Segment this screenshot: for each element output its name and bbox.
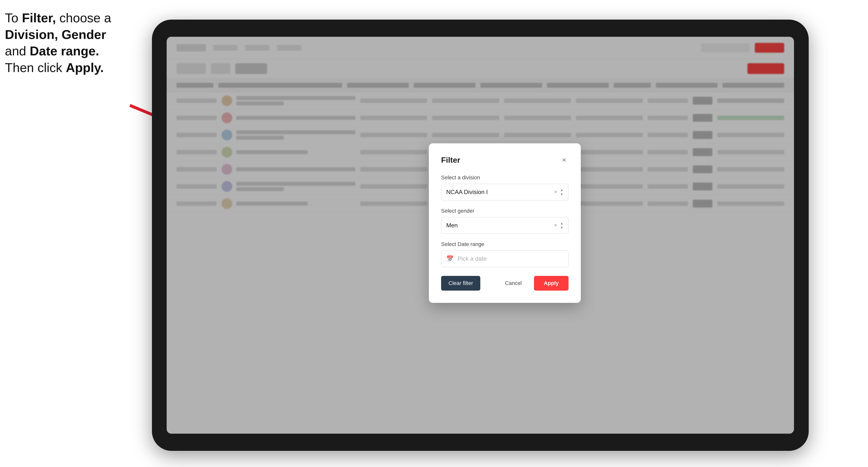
instruction-text: To Filter, choose a Division, Gender and… (5, 10, 147, 76)
gender-label: Select gender (441, 208, 568, 214)
filter-modal: Filter × Select a division NCAA Division… (429, 143, 581, 303)
modal-header: Filter × (441, 156, 568, 165)
date-input[interactable]: 📅 Pick a date (441, 250, 568, 267)
modal-title: Filter (441, 156, 460, 165)
division-value: NCAA Division I (446, 189, 488, 195)
date-label: Select Date range (441, 241, 568, 247)
gender-select-controls: × ▲ ▼ (554, 221, 563, 229)
gender-select[interactable]: Men × ▲ ▼ (441, 217, 568, 234)
date-form-group: Select Date range 📅 Pick a date (441, 241, 568, 267)
close-button[interactable]: × (560, 156, 568, 164)
gender-value: Men (446, 222, 458, 229)
tablet-frame: Filter × Select a division NCAA Division… (152, 20, 809, 451)
calendar-icon: 📅 (446, 255, 454, 262)
division-form-group: Select a division NCAA Division I × ▲ ▼ (441, 175, 568, 200)
gender-clear-icon[interactable]: × (554, 222, 557, 228)
modal-footer-right: Cancel Apply (497, 276, 568, 290)
gender-form-group: Select gender Men × ▲ ▼ (441, 208, 568, 234)
gender-arrows-icon: ▲ ▼ (560, 221, 563, 229)
date-placeholder: Pick a date (458, 255, 487, 262)
cancel-button[interactable]: Cancel (497, 276, 529, 290)
division-label: Select a division (441, 175, 568, 181)
division-select[interactable]: NCAA Division I × ▲ ▼ (441, 184, 568, 200)
apply-button[interactable]: Apply (534, 276, 568, 290)
division-arrows-icon: ▲ ▼ (560, 188, 563, 196)
modal-overlay: Filter × Select a division NCAA Division… (167, 37, 794, 434)
division-clear-icon[interactable]: × (554, 189, 557, 195)
clear-filter-button[interactable]: Clear filter (441, 276, 480, 290)
division-select-controls: × ▲ ▼ (554, 188, 563, 196)
modal-footer: Clear filter Cancel Apply (441, 276, 568, 290)
tablet-screen: Filter × Select a division NCAA Division… (167, 37, 794, 434)
